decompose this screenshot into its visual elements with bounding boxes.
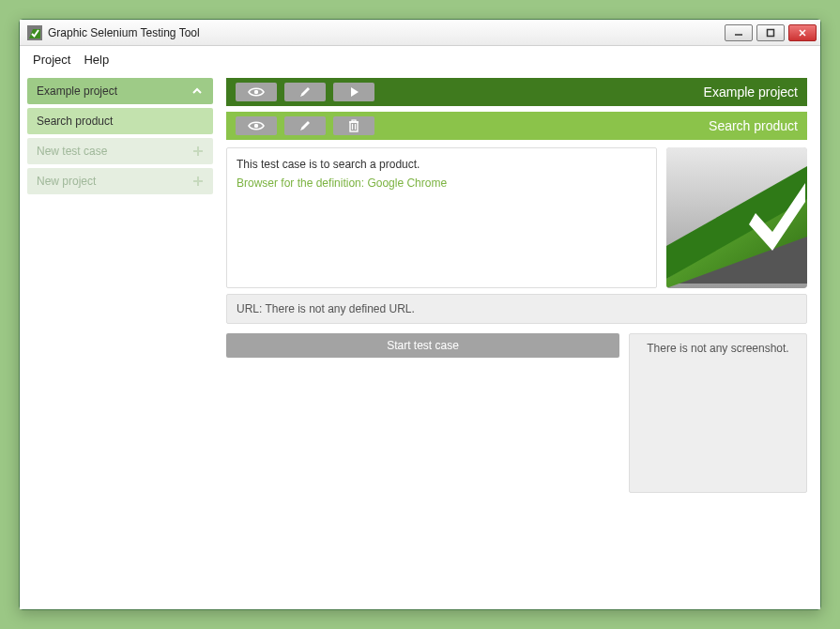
maximize-button[interactable]	[756, 24, 785, 41]
menubar: Project Help	[20, 46, 820, 72]
svg-marker-11	[351, 87, 359, 97]
main-panel: Example project	[226, 78, 807, 596]
eye-icon	[248, 86, 265, 98]
menu-help[interactable]: Help	[84, 53, 109, 67]
checkmark-logo-icon	[666, 147, 807, 288]
sidebar-project-item[interactable]: Example project	[27, 78, 213, 104]
description-browser: Browser for the definition: Google Chrom…	[237, 176, 647, 190]
sidebar-new-testcase-label: New test case	[37, 145, 107, 158]
start-button-label: Start test case	[387, 339, 459, 352]
window-title: Graphic Selenium Testing Tool	[48, 26, 200, 39]
testcase-actions	[236, 116, 374, 135]
testcase-header: Search product	[226, 112, 807, 140]
testcase-view-button[interactable]	[236, 116, 277, 135]
screenshot-box: There is not any screenshot.	[629, 333, 807, 493]
description-box: This test case is to search a product. B…	[226, 147, 657, 288]
sidebar-project-label: Example project	[37, 84, 117, 98]
play-icon	[348, 86, 359, 98]
screenshot-text: There is not any screenshot.	[647, 342, 788, 484]
testcase-title: Search product	[709, 118, 798, 133]
trash-icon	[348, 119, 359, 132]
project-run-button[interactable]	[333, 83, 374, 101]
plus-icon	[192, 176, 204, 187]
project-actions	[236, 83, 374, 101]
url-box: URL: There is not any defined URL.	[226, 294, 807, 324]
bottom-row: Start test case There is not any screens…	[226, 333, 807, 493]
menu-project[interactable]: Project	[33, 53, 70, 67]
sidebar-new-testcase[interactable]: New test case	[27, 138, 213, 164]
window-controls	[725, 24, 820, 41]
content: Example project Search product New test …	[20, 72, 820, 609]
pencil-icon	[298, 119, 312, 132]
start-testcase-button[interactable]: Start test case	[226, 333, 619, 358]
testcase-delete-button[interactable]	[333, 116, 374, 135]
svg-rect-17	[352, 120, 356, 122]
app-window: Graphic Selenium Testing Tool Project He…	[19, 19, 821, 610]
app-logo	[666, 147, 807, 288]
project-header: Example project	[226, 78, 807, 106]
close-button[interactable]	[788, 24, 817, 41]
plus-icon	[192, 146, 204, 157]
sidebar: Example project Search product New test …	[27, 78, 213, 596]
svg-point-12	[254, 124, 258, 128]
project-edit-button[interactable]	[284, 83, 326, 101]
url-text: URL: There is not any defined URL.	[237, 302, 415, 315]
titlebar: Graphic Selenium Testing Tool	[20, 20, 820, 46]
sidebar-testcase-label: Search product	[37, 115, 113, 128]
minimize-button[interactable]	[725, 24, 753, 41]
sidebar-testcase-item[interactable]: Search product	[27, 108, 213, 134]
sidebar-new-project-label: New project	[37, 175, 96, 188]
svg-rect-13	[350, 122, 358, 131]
project-view-button[interactable]	[236, 83, 277, 101]
eye-icon	[248, 120, 265, 131]
project-title: Example project	[704, 84, 798, 100]
description-row: This test case is to search a product. B…	[226, 147, 807, 288]
app-icon	[27, 25, 42, 40]
svg-rect-3	[768, 29, 774, 36]
sidebar-new-project[interactable]: New project	[27, 168, 213, 194]
testcase-edit-button[interactable]	[284, 116, 326, 135]
chevron-up-icon	[191, 84, 204, 98]
description-text: This test case is to search a product.	[237, 158, 647, 171]
pencil-icon	[298, 85, 312, 99]
svg-point-10	[254, 90, 258, 94]
